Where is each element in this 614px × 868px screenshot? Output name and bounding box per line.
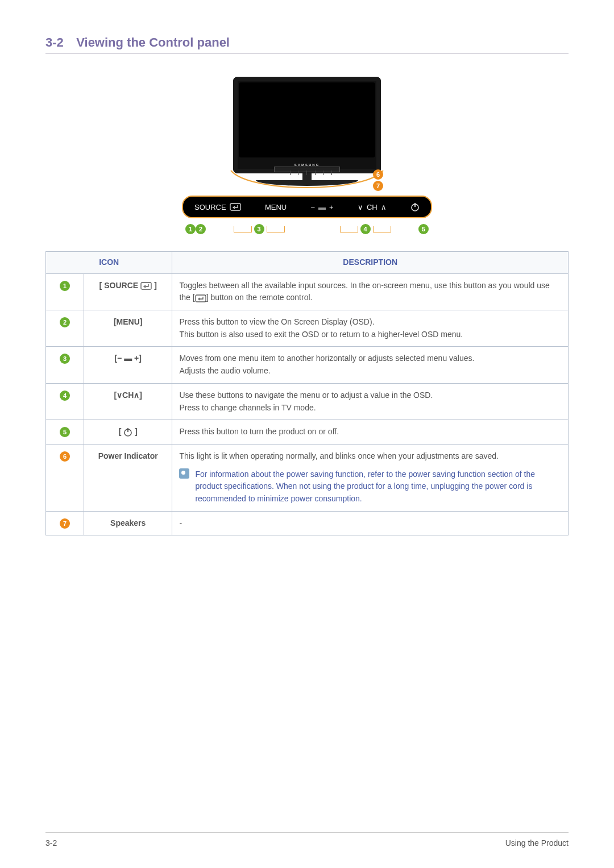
callout-3: 3 [254,224,264,234]
row-description: Press this button to turn the product on… [172,420,569,445]
panel-menu-label: MENU [265,203,287,211]
callout-2: 2 [196,224,206,234]
enter-icon [195,294,206,302]
row-description: Toggles between all the available input … [172,273,569,310]
table-row: 1 [SOURCE ] Toggles between all the avai… [46,273,569,310]
table-row: 2 [MENU] Press this button to view the O… [46,310,569,347]
row-description: This light is lit when operating normall… [172,444,569,511]
table-row: 4 [∨CH∧] Use these buttons to navigate t… [46,383,569,420]
table-head-description: DESCRIPTION [172,252,569,274]
power-icon [123,427,132,437]
page-footer: 3-2 Using the Product [45,832,569,848]
icon-volume: [− ▬ +] [84,347,172,383]
panel-ch-label: CH [367,203,377,211]
tv-illustration: SAMSUNG 6 7 [233,77,381,188]
note-block: For information about the power saving f… [179,468,561,505]
panel-plus: + [329,203,334,211]
icon-power-indicator: Power Indicator [84,444,172,511]
control-panel-diagram: SAMSUNG 6 7 SOURCE MENU − ▬ + ∨ [45,77,569,234]
note-icon [179,468,189,479]
panel-ch-down: ∨ [358,203,363,211]
power-icon [410,202,420,211]
footer-right: Using the Product [505,838,569,848]
enter-icon [230,203,241,211]
row-badge: 4 [60,391,70,401]
footer-left: 3-2 [45,838,57,848]
table-row: 6 Power Indicator This light is lit when… [46,444,569,511]
control-panel-callouts: 1 2 3 4 5 [182,224,432,234]
table-row: 5 [ ] Press this button to turn the prod… [46,420,569,445]
icon-channel: [∨CH∧] [84,383,172,420]
row-description: Use these buttons to navigate the menu o… [172,383,569,420]
callout-5: 5 [418,224,429,234]
panel-vol-icon: ▬ [318,203,326,211]
row-description: - [172,511,569,535]
callout-1: 1 [185,224,196,234]
panel-ch-up: ∧ [381,203,387,211]
section-header: 3-2 Viewing the Control panel [45,35,569,54]
callout-4: 4 [360,224,371,234]
panel-minus: − [310,203,315,211]
section-title: Viewing the Control panel [76,35,230,50]
callout-7: 7 [373,181,383,191]
row-badge: 1 [60,281,70,291]
row-badge: 6 [60,451,70,462]
row-badge: 5 [60,427,70,437]
icon-menu: [MENU] [84,310,172,347]
table-head-icon: ICON [46,252,172,274]
row-badge: 7 [60,518,70,529]
row-description: Press this button to view the On Screen … [172,310,569,347]
icon-speakers: Speakers [84,511,172,535]
control-panel-strip: SOURCE MENU − ▬ + ∨ CH ∧ [182,196,432,218]
table-row: 3 [− ▬ +] Moves from one menu item to an… [46,347,569,383]
note-text: For information about the power saving f… [195,468,561,505]
callout-6: 6 [373,169,383,180]
icon-power: [ ] [84,420,172,445]
control-panel-table: ICON DESCRIPTION 1 [SOURCE ] Toggles bet… [45,251,569,535]
enter-icon [140,282,152,290]
panel-source-label: SOURCE [194,203,226,211]
icon-source: [SOURCE ] [99,280,157,292]
row-badge: 2 [60,317,70,327]
row-badge: 3 [60,354,70,364]
row-description: Moves from one menu item to another hori… [172,347,569,383]
section-number: 3-2 [45,35,64,50]
table-row: 7 Speakers - [46,511,569,535]
